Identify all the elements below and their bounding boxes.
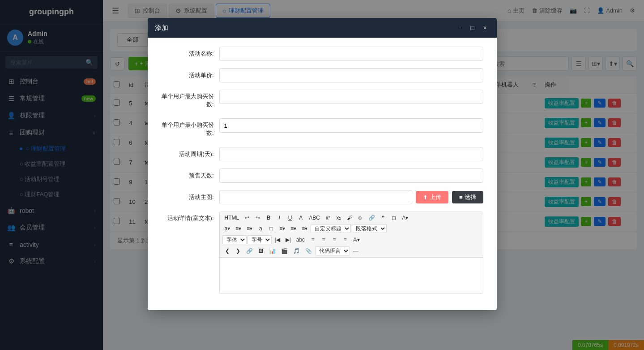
justify-left-btn[interactable]: ≡ [308,235,318,244]
font-family-select[interactable]: 字体 [222,235,247,244]
para-format-select[interactable]: 段落格式 [352,224,387,233]
modal-body: 活动名称: 活动单价: 单个用户最大购买份数: 单个用户最小购买份数: 活动周期… [148,38,497,310]
char-btn[interactable]: a [256,224,265,233]
table-btn[interactable]: 📊 [267,246,278,255]
justify-right-btn[interactable]: ≡ [329,235,339,244]
rich-text-content[interactable] [220,258,483,294]
activity-price-input[interactable] [219,68,483,82]
html-btn[interactable]: HTML [222,214,242,222]
embed-btn[interactable]: ◻ [389,214,399,222]
indent-btn[interactable]: ≡▾ [299,224,310,233]
add-modal: 添加 − □ × 活动名称: 活动单价: 单个用户最大购买份数: [148,18,497,310]
field-label: 活动名称: [161,47,219,58]
audio-btn[interactable]: 🎵 [291,246,302,255]
field-min-buy: 单个用户最小购买份数: [161,118,483,140]
undo-btn[interactable]: ↩ [242,214,252,222]
underline-btn[interactable]: U [285,214,295,222]
field-max-buy: 单个用户最大购买份数: [161,90,483,111]
hyperlink-btn[interactable]: 🔗 [244,246,255,255]
field-activity-name: 活动名称: [161,47,483,61]
min-buy-input[interactable] [219,118,483,133]
code-lang-select[interactable]: 代码语言 [315,246,350,255]
justify-full-btn[interactable]: ≡ [340,235,350,244]
field-label: 活动周期(天): [161,147,219,158]
video-btn[interactable]: 🎬 [279,246,290,255]
field-presell: 预售天数: [161,169,483,183]
field-label: 单个用户最大购买份数: [161,90,219,111]
upload-icon: ⬆ [423,194,428,201]
redo-btn[interactable]: ↪ [253,214,263,222]
next-btn[interactable]: ▶| [283,235,293,244]
nav-prev-btn[interactable]: ❮ [222,246,232,255]
heading-select[interactable]: 自定义标题 [311,224,351,233]
field-label: 单个用户最小购买份数: [161,118,219,140]
abc-btn[interactable]: abc [294,235,307,244]
cycle-input[interactable] [219,147,483,161]
quote-btn[interactable]: ❝ [378,214,388,222]
modal-header: 添加 − □ × [148,18,497,38]
align-left-btn[interactable]: ≡▾ [277,224,287,233]
paint-btn[interactable]: 🖌 [345,214,354,222]
modal-close-button[interactable]: × [481,23,490,32]
strikethrough-btn[interactable]: ABC [307,214,322,222]
list-ul-btn[interactable]: ≡▾ [233,224,243,233]
attach-btn[interactable]: 📎 [303,246,314,255]
font-color-btn[interactable]: A [296,214,306,222]
italic-btn[interactable]: I [274,214,284,222]
rich-text-editor[interactable]: HTML ↩ ↪ B I U A ABC x² x₂ 🖌 ☺ [219,212,483,294]
modal-overlay: 添加 − □ × 活动名称: 活动单价: 单个用户最大购买份数: [0,0,644,350]
modal-minimize-button[interactable]: − [456,23,465,32]
bold-btn[interactable]: B [264,214,273,222]
field-label: 预售天数: [161,169,219,180]
clear-btn[interactable]: □ [266,224,276,233]
hr-btn[interactable]: — [351,246,361,255]
align-center-btn[interactable]: ≡▾ [288,224,299,233]
activity-name-input[interactable] [219,47,483,61]
modal-maximize-button[interactable]: □ [468,23,477,32]
subscript-btn[interactable]: x₂ [334,214,344,222]
rich-toolbar: HTML ↩ ↪ B I U A ABC x² x₂ 🖌 ☺ [220,212,483,258]
list-ol-btn[interactable]: ≡▾ [244,224,255,233]
max-buy-input[interactable] [219,90,483,104]
presell-input[interactable] [219,169,483,183]
prev-btn[interactable]: |◀ [273,235,282,244]
field-activity-price: 活动单价: [161,68,483,82]
field-label: 活动详情(富文本): [161,212,219,222]
math-btn[interactable]: 𝔸▾ [351,235,362,244]
justify-center-btn[interactable]: ≡ [319,235,328,244]
superscript-btn[interactable]: x² [323,214,333,222]
upload-button[interactable]: ⬆ 上传 [416,191,448,203]
modal-title: 添加 [155,24,168,32]
nav-next-btn[interactable]: ❯ [233,246,243,255]
font-size-select[interactable]: 字号 [247,235,272,244]
field-label: 活动主图: [161,190,219,201]
field-rich-text: 活动详情(富文本): HTML ↩ ↪ B I U A ABC [161,212,483,294]
link-btn[interactable]: 🔗 [366,214,377,222]
choose-button[interactable]: ≡ 选择 [452,191,483,203]
modal-actions: − □ × [456,23,490,32]
field-label: 活动单价: [161,68,219,79]
field-cover: 活动主图: ⬆ 上传 ≡ 选择 [161,190,483,204]
text-color-btn[interactable]: A▾ [400,214,410,222]
emoji-btn[interactable]: ☺ [355,214,365,222]
cover-path-input[interactable] [219,190,412,204]
field-cycle: 活动周期(天): [161,147,483,161]
format-btn[interactable]: a▾ [222,224,233,233]
image-btn[interactable]: 🖼 [256,246,266,255]
list-icon: ≡ [459,194,463,201]
